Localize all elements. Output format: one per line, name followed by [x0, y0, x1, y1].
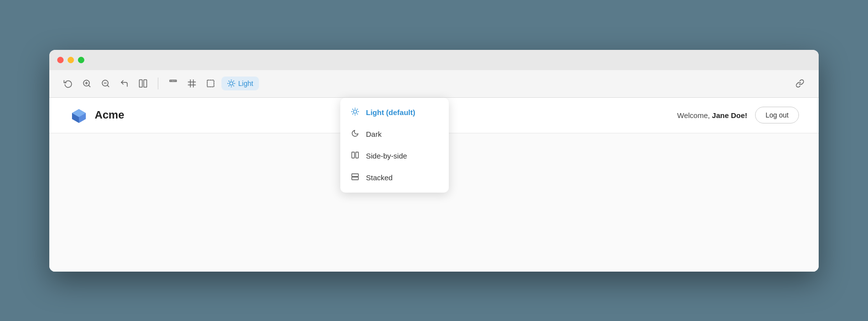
link-button[interactable]	[791, 75, 809, 92]
svg-point-17	[230, 82, 233, 85]
svg-line-25	[233, 81, 234, 81]
svg-rect-16	[207, 80, 214, 87]
minimize-button[interactable]	[68, 57, 74, 63]
svg-line-1	[88, 85, 90, 86]
svg-rect-36	[356, 152, 358, 158]
welcome-prefix: Welcome,	[677, 111, 712, 120]
svg-line-20	[229, 81, 229, 81]
pages-button[interactable]	[134, 75, 152, 92]
brand-name: Acme	[95, 109, 124, 121]
svg-rect-8	[144, 80, 147, 87]
undo-button[interactable]	[115, 75, 133, 92]
selection-button[interactable]	[202, 75, 219, 92]
stacked-icon	[350, 173, 360, 183]
maximize-button[interactable]	[78, 57, 84, 63]
svg-rect-37	[352, 174, 358, 176]
theme-option-side-by-side-label: Side-by-side	[366, 152, 407, 160]
svg-rect-7	[140, 80, 143, 87]
brand: Acme	[69, 105, 124, 125]
welcome-text: Welcome, Jane Doe!	[677, 111, 747, 120]
svg-line-24	[229, 85, 229, 86]
sun-icon-dropdown	[350, 108, 360, 118]
user-name: Jane Doe!	[712, 111, 748, 120]
theme-button[interactable]: Light	[221, 77, 259, 90]
moon-icon	[350, 129, 360, 139]
svg-point-26	[354, 110, 357, 113]
toolbar-group-1	[59, 75, 152, 92]
link-icon	[796, 79, 804, 88]
toolbar-divider-1	[158, 78, 158, 89]
theme-dropdown: Light (default) Dark	[340, 98, 449, 193]
svg-line-34	[357, 109, 358, 109]
svg-line-21	[233, 85, 234, 86]
side-by-side-icon	[350, 151, 360, 161]
theme-dropdown-menu: Light (default) Dark	[340, 98, 449, 193]
toolbar: Light	[49, 70, 819, 98]
theme-option-light-label: Light (default)	[366, 108, 415, 117]
zoom-in-button[interactable]	[78, 75, 96, 92]
header-right: Welcome, Jane Doe! Log out	[677, 107, 799, 123]
svg-line-5	[107, 85, 108, 86]
theme-option-stacked-label: Stacked	[366, 173, 393, 182]
svg-line-33	[353, 114, 353, 114]
theme-button-label: Light	[238, 80, 253, 87]
ruler-button[interactable]	[164, 75, 182, 92]
app-window: Light	[49, 50, 819, 272]
logout-button[interactable]: Log out	[755, 107, 799, 123]
svg-rect-38	[352, 177, 358, 179]
toolbar-group-2	[164, 75, 219, 92]
theme-option-stacked[interactable]: Stacked	[340, 167, 449, 189]
svg-line-30	[357, 114, 358, 114]
theme-option-side-by-side[interactable]: Side-by-side	[340, 145, 449, 167]
svg-rect-35	[352, 152, 354, 158]
traffic-lights	[57, 57, 84, 63]
title-bar	[49, 50, 819, 70]
theme-option-dark-label: Dark	[366, 130, 382, 138]
theme-option-dark[interactable]: Dark	[340, 123, 449, 145]
theme-option-light[interactable]: Light (default)	[340, 102, 449, 123]
grid-button[interactable]	[183, 75, 201, 92]
sun-icon	[227, 80, 235, 87]
zoom-out-button[interactable]	[97, 75, 114, 92]
brand-logo	[69, 105, 89, 125]
close-button[interactable]	[57, 57, 64, 63]
svg-line-29	[353, 109, 353, 109]
refresh-button[interactable]	[59, 75, 77, 92]
